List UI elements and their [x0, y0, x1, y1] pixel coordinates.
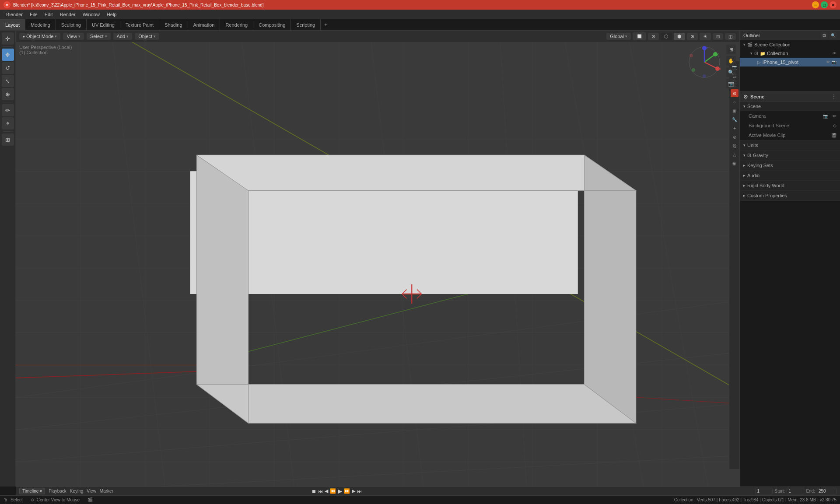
menu-edit[interactable]: Edit	[41, 11, 56, 18]
modifier-props-tab[interactable]: 🔧	[731, 116, 738, 123]
tab-rendering[interactable]: Rendering	[220, 19, 253, 30]
move-tool[interactable]: ✥	[2, 49, 14, 61]
transform-orientation[interactable]: Global▾	[606, 33, 631, 40]
tab-layout[interactable]: Layout	[0, 19, 25, 30]
viewport-gizmo[interactable]: X Y Z	[687, 45, 722, 80]
proportional-edit[interactable]: ⊙	[648, 33, 659, 40]
minimize-button[interactable]: ─	[812, 1, 819, 8]
annotate-tool[interactable]: ✏	[2, 104, 14, 116]
xray-toggle[interactable]: ◫	[725, 33, 736, 40]
tab-compositing[interactable]: Compositing	[253, 19, 291, 30]
units-section-header[interactable]: ▾ Units	[740, 140, 840, 150]
collection-eye[interactable]: 👁	[833, 51, 836, 56]
measure-tool[interactable]: ⌖	[2, 117, 14, 130]
jump-start-button[interactable]: ⏮	[318, 489, 323, 494]
rigid-body-section-header[interactable]: ▸ Rigid Body World	[740, 181, 840, 190]
rigid-body-label: Rigid Body World	[747, 183, 784, 188]
rendered-shading[interactable]: ☀	[700, 33, 711, 40]
transform-tool[interactable]: ⊕	[2, 88, 14, 100]
play-button[interactable]: ▶	[338, 488, 342, 494]
view-label-tl[interactable]: View	[87, 489, 96, 494]
keying-sets-section: ▸ Keying Sets	[740, 161, 840, 171]
particles-tab[interactable]: ✦	[731, 124, 738, 132]
mode-label: Object Mode	[26, 34, 53, 39]
marker-label[interactable]: Marker	[100, 489, 113, 494]
iphone-eye[interactable]: 👁	[826, 60, 830, 64]
material-shading[interactable]: ⊛	[687, 33, 698, 40]
close-button[interactable]: ✕	[830, 1, 836, 8]
constraints-tab[interactable]: ⛓	[731, 142, 738, 150]
prev-keyframe-button[interactable]: ⏪	[330, 488, 336, 494]
material-tab[interactable]: ◉	[731, 159, 738, 167]
physics-tab[interactable]: ⊘	[731, 133, 738, 141]
menu-help[interactable]: Help	[103, 11, 120, 18]
timeline-mode[interactable]: Timeline ▾	[19, 488, 45, 494]
rotate-tool[interactable]: ↺	[2, 62, 14, 74]
camera-edit-btn[interactable]: ✏	[833, 113, 836, 119]
tab-sculpting[interactable]: Sculpting	[56, 19, 87, 30]
outliner-row-scene-collection[interactable]: ▾ 🎬 Scene Collection	[740, 40, 840, 49]
svg-marker-44	[197, 385, 636, 424]
tab-shading[interactable]: Shading	[159, 19, 188, 30]
add-workspace-button[interactable]: +	[321, 19, 331, 30]
outliner-filter[interactable]: ⊡	[821, 32, 828, 39]
data-tab[interactable]: △	[731, 150, 738, 158]
outliner-search[interactable]: 🔍	[830, 32, 836, 39]
gravity-section-header[interactable]: ▾ ☑ Gravity	[740, 150, 840, 160]
object-props-tab[interactable]: ▣	[731, 107, 738, 115]
tab-animation[interactable]: Animation	[188, 19, 220, 30]
overlays-toggle[interactable]: ⊡	[713, 33, 723, 40]
properties-tabs: 📷 🖨 ◫ ⊙ ○ ▣ 🔧 ✦ ⊘ ⛓ △ ◉	[729, 61, 739, 469]
audio-section-header[interactable]: ▸ Audio	[740, 171, 840, 180]
view-move[interactable]: ✋	[726, 56, 736, 66]
viewport-object-selector[interactable]: Object▾	[135, 33, 159, 40]
wireframe-shading[interactable]: ⬡	[661, 33, 672, 40]
tab-uv-editing[interactable]: UV Editing	[87, 19, 120, 30]
snap-button[interactable]: 🔲	[633, 32, 646, 40]
playback-label[interactable]: Playback	[49, 489, 66, 494]
collapse-icon-custom: ▸	[743, 193, 746, 198]
outliner-row-iphone[interactable]: ▷ iPhone_15_pivot 👁 📷	[740, 58, 840, 66]
viewport-mode-selector[interactable]: ▾ Object Mode ▾	[19, 33, 60, 40]
viewport-view-selector[interactable]: View▾	[63, 33, 84, 40]
window-title: Blender* [k:\!!conv_3\22\Apple_iPhone_15…	[13, 3, 264, 7]
scene-props-tab[interactable]: ⊙	[731, 89, 738, 97]
collection-checkbox[interactable]: ☑	[754, 51, 758, 56]
cursor-tool[interactable]: ✛	[2, 32, 14, 45]
start-frame-input[interactable]	[787, 488, 804, 494]
menu-render[interactable]: Render	[56, 11, 79, 18]
tab-scripting[interactable]: Scripting	[291, 19, 321, 30]
view-grid-toggle[interactable]: ⊞	[726, 45, 736, 54]
world-props-tab[interactable]: ○	[731, 98, 738, 106]
current-frame-input[interactable]	[755, 488, 773, 494]
stop-button[interactable]: ⏹	[312, 489, 316, 494]
outliner: Outliner ⊡ 🔍 ▾ 🎬 Scene Collection ▾ ☑ 📁 …	[740, 31, 840, 92]
add-tool[interactable]: ⊞	[2, 133, 14, 146]
tab-texture-paint[interactable]: Texture Paint	[120, 19, 159, 30]
end-frame-input[interactable]	[817, 488, 836, 494]
view-camera[interactable]: 📷	[726, 79, 736, 88]
view-zoom[interactable]: 🔍	[726, 67, 736, 77]
solid-shading[interactable]: ⬢	[674, 33, 685, 40]
gravity-checkbox[interactable]: ☑	[747, 153, 751, 158]
center-view-label: Center View to Mouse	[37, 497, 80, 502]
jump-end-button[interactable]: ⏭	[357, 489, 362, 494]
viewport-3d[interactable]: ▾ Object Mode ▾ View▾ Select▾ Add▾ Objec…	[16, 31, 739, 486]
custom-props-section-header[interactable]: ▸ Custom Properties	[740, 191, 840, 200]
maximize-button[interactable]: □	[821, 1, 828, 8]
next-frame-button[interactable]: ▶	[352, 488, 355, 494]
tab-modeling[interactable]: Modeling	[25, 19, 56, 30]
keying-label[interactable]: Keying	[70, 489, 84, 494]
menu-window[interactable]: Window	[79, 11, 103, 18]
properties-options[interactable]: ⋮	[831, 94, 836, 100]
viewport-select-selector[interactable]: Select▾	[87, 33, 111, 40]
outliner-row-collection[interactable]: ▾ ☑ 📁 Collection 👁	[740, 49, 840, 58]
viewport-add-selector[interactable]: Add▾	[113, 33, 133, 40]
scale-tool[interactable]: ⤡	[2, 75, 14, 87]
next-keyframe-button[interactable]: ⏩	[344, 488, 350, 494]
menu-file[interactable]: File	[26, 11, 41, 18]
prev-frame-button[interactable]: ◀	[325, 488, 328, 494]
keying-sets-section-header[interactable]: ▸ Keying Sets	[740, 161, 840, 170]
scene-section-header[interactable]: ▾ Scene	[740, 102, 840, 111]
menu-blender[interactable]: Blender	[3, 11, 26, 18]
